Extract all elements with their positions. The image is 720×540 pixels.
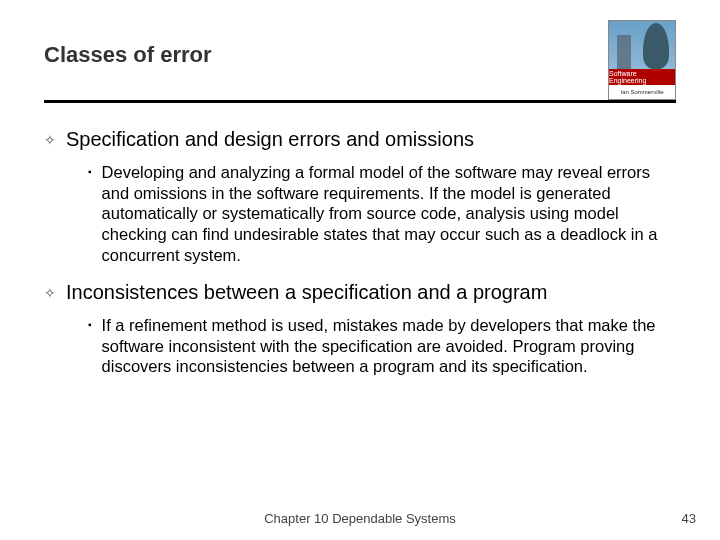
section-heading-2-text: Inconsistences between a specification a… — [66, 281, 547, 304]
sub-bullet-2-text: If a refinement method is used, mistakes… — [102, 315, 676, 377]
cover-title: Software Engineering — [609, 69, 675, 85]
slide: Classes of error Software Engineering Ia… — [0, 0, 720, 540]
book-cover-thumbnail: Software Engineering Ian Sommerville — [608, 20, 676, 100]
section-heading-1-text: Specification and design errors and omis… — [66, 128, 474, 151]
content-area: ✧ Specification and design errors and om… — [44, 128, 676, 393]
footer: Chapter 10 Dependable Systems — [0, 511, 720, 526]
sub-bullet-2: ▪ If a refinement method is used, mistak… — [88, 315, 676, 377]
section-heading-1: ✧ Specification and design errors and om… — [44, 128, 676, 152]
sub-bullet-1: ▪ Developing and analyzing a formal mode… — [88, 162, 676, 265]
footer-text: Chapter 10 Dependable Systems — [264, 511, 456, 526]
cover-author: Ian Sommerville — [609, 85, 675, 99]
square-bullet-icon: ▪ — [88, 162, 92, 265]
cover-building — [617, 35, 631, 69]
diamond-bullet-icon: ✧ — [44, 281, 56, 305]
page-number: 43 — [682, 511, 696, 526]
square-bullet-icon: ▪ — [88, 315, 92, 377]
cover-gherkin — [643, 23, 669, 69]
diamond-bullet-icon: ✧ — [44, 128, 56, 152]
slide-title: Classes of error — [44, 42, 676, 68]
section-heading-2: ✧ Inconsistences between a specification… — [44, 281, 676, 305]
title-underline — [44, 100, 676, 103]
sub-bullet-1-text: Developing and analyzing a formal model … — [102, 162, 676, 265]
